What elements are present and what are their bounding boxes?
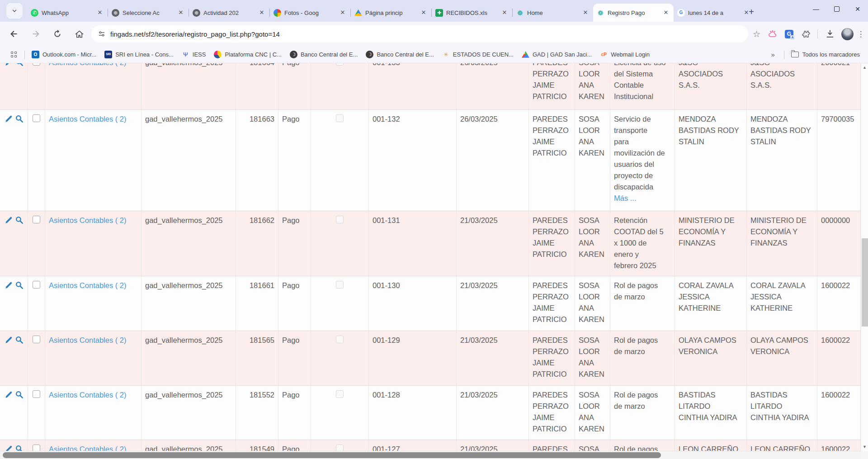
view-magnifier-icon[interactable] xyxy=(15,390,24,399)
asientos-contables-link[interactable]: Asientos Contables ( 2) xyxy=(45,63,142,109)
toolbar-separator xyxy=(817,29,818,38)
forward-button[interactable] xyxy=(28,26,43,42)
tab-title: Fotos - Goog xyxy=(284,9,335,16)
tab-close-icon[interactable]: ✕ xyxy=(500,9,509,17)
minimize-button[interactable]: — xyxy=(806,0,826,18)
browser-tab[interactable]: Fotos - Goog✕ xyxy=(270,4,350,22)
edit-pencil-icon[interactable] xyxy=(5,445,13,451)
all-bookmarks-button[interactable]: Todos los marcadores xyxy=(791,51,868,58)
edit-pencil-icon[interactable] xyxy=(5,216,13,224)
tab-close-icon[interactable]: ✕ xyxy=(581,9,590,17)
elaborado-por-cell: PAREDES PERRAZO JAIME PATRICIO xyxy=(529,386,575,440)
view-magnifier-icon[interactable] xyxy=(15,63,24,66)
bookmark-item[interactable]: GAD | GAD San Jaci... xyxy=(522,51,592,58)
profile-avatar[interactable] xyxy=(841,28,854,40)
flag-checkbox[interactable] xyxy=(336,216,344,223)
home-button[interactable] xyxy=(71,26,87,42)
extensions-puzzle-icon[interactable] xyxy=(801,29,810,39)
horizontal-scrollbar[interactable] xyxy=(0,451,861,459)
aprobado-por-cell: SOSA LOOR ANA KAREN xyxy=(575,110,610,211)
view-magnifier-icon[interactable] xyxy=(15,281,24,289)
horizontal-scrollbar-thumb[interactable] xyxy=(3,452,661,458)
edit-pencil-icon[interactable] xyxy=(5,390,13,399)
tab-close-icon[interactable]: ✕ xyxy=(258,9,266,17)
browser-tab[interactable]: Glunes 14 de a✕ xyxy=(674,4,754,22)
row-checkbox[interactable] xyxy=(33,281,40,289)
back-button[interactable] xyxy=(6,26,22,42)
record-number-cell: 181662 xyxy=(236,211,278,276)
tab-close-icon[interactable]: ✕ xyxy=(420,9,428,17)
edit-pencil-icon[interactable] xyxy=(5,63,13,66)
asientos-contables-link[interactable]: Asientos Contables ( 2) xyxy=(45,276,142,331)
date-cell: 26/03/2025 xyxy=(457,110,529,211)
browser-tab[interactable]: ✚RECIBIDOS.xls✕ xyxy=(432,4,512,22)
view-magnifier-icon[interactable] xyxy=(15,336,24,344)
bookmark-item[interactable]: ☽Banco Central del E... xyxy=(290,51,358,58)
edit-pencil-icon[interactable] xyxy=(5,114,13,123)
flag-checkbox[interactable] xyxy=(336,281,344,289)
iess-icon: Ψ xyxy=(182,51,189,58)
bookmark-star-icon[interactable]: ☆ xyxy=(753,29,760,39)
tab-search-button[interactable] xyxy=(6,3,23,19)
flag-checkbox[interactable] xyxy=(336,114,344,122)
browser-tab[interactable]: ❁Registro Pago✕ xyxy=(593,4,674,22)
row-actions xyxy=(0,63,28,109)
row-checkbox[interactable] xyxy=(33,63,40,66)
menu-kebab-icon[interactable]: ⋮ xyxy=(856,29,865,39)
vertical-scrollbar[interactable]: ▲ ▼ xyxy=(861,63,868,451)
flag-checkbox[interactable] xyxy=(336,336,344,343)
tab-close-icon[interactable]: ✕ xyxy=(96,9,104,17)
new-tab-button[interactable]: + xyxy=(745,5,758,18)
bookmark-item[interactable]: ✳ESTADOS DE CUEN... xyxy=(442,51,514,58)
bookmark-item[interactable]: SRISRI en Línea - Cons... xyxy=(104,51,174,58)
asientos-contables-link[interactable]: Asientos Contables ( 2) xyxy=(45,331,142,385)
row-checkbox[interactable] xyxy=(33,114,40,122)
scroll-up-arrow-icon[interactable]: ▲ xyxy=(861,65,868,70)
flag-checkbox[interactable] xyxy=(336,445,344,451)
browser-tab[interactable]: ✆WhatsApp✕ xyxy=(27,4,108,22)
view-magnifier-icon[interactable] xyxy=(15,445,24,451)
tab-close-icon[interactable]: ✕ xyxy=(177,9,185,17)
browser-toolbar: fingads.net/sf2/tesoreria/registro_pago_… xyxy=(0,22,868,46)
tab-close-icon[interactable]: ✕ xyxy=(339,9,347,17)
browser-tab[interactable]: ❁Home✕ xyxy=(513,4,593,22)
bookmark-item[interactable]: OOutlook.com - Micr... xyxy=(32,51,96,58)
edit-pencil-icon[interactable] xyxy=(5,336,13,344)
view-magnifier-icon[interactable] xyxy=(15,216,24,224)
row-checkbox[interactable] xyxy=(33,216,40,223)
row-checkbox[interactable] xyxy=(33,390,40,398)
bookmark-item[interactable]: ΨIESS xyxy=(182,51,206,58)
downloads-icon[interactable] xyxy=(825,29,835,39)
database-cell: gad_vallehermos_2025 xyxy=(142,386,236,440)
mas-link[interactable]: Más ... xyxy=(614,193,671,204)
tab-close-icon[interactable]: ✕ xyxy=(662,9,670,17)
flag-checkbox[interactable] xyxy=(336,63,344,66)
browser-tab[interactable]: ⊕Seleccione Ac✕ xyxy=(108,4,189,22)
flag-checkbox[interactable] xyxy=(336,390,344,398)
translate-icon[interactable]: GA xyxy=(785,30,793,38)
extension-cloud-icon[interactable] xyxy=(768,29,778,39)
view-magnifier-icon[interactable] xyxy=(15,114,24,123)
bookmarks-overflow-chevron[interactable]: » xyxy=(771,51,774,58)
asientos-contables-link[interactable]: Asientos Contables ( 2) xyxy=(45,386,142,440)
row-checkbox[interactable] xyxy=(33,445,40,451)
scroll-down-arrow-icon[interactable]: ▼ xyxy=(861,445,868,449)
bookmark-item[interactable]: cPWebmail Login xyxy=(600,51,650,58)
address-bar[interactable]: fingads.net/sf2/tesoreria/registro_pago_… xyxy=(91,25,748,43)
asientos-contables-link[interactable]: Asientos Contables ( 2) xyxy=(45,110,142,211)
maximize-button[interactable] xyxy=(826,0,847,18)
apps-grid-icon[interactable] xyxy=(11,52,17,58)
bookmark-item[interactable]: Plataforma CNC | C... xyxy=(214,51,281,58)
close-window-button[interactable]: ✕ xyxy=(847,0,868,18)
edit-pencil-icon[interactable] xyxy=(5,281,13,289)
asientos-contables-link[interactable]: Asientos Contables ( 2) xyxy=(45,440,142,451)
reload-button[interactable] xyxy=(50,26,65,42)
asientos-contables-link[interactable]: Asientos Contables ( 2) xyxy=(45,211,142,276)
row-checkbox[interactable] xyxy=(33,336,40,343)
site-info-icon[interactable] xyxy=(98,30,106,38)
browser-tab[interactable]: ⊕Actividad 202✕ xyxy=(189,4,269,22)
browser-tab[interactable]: Página princip✕ xyxy=(351,4,431,22)
url-text[interactable]: fingads.net/sf2/tesoreria/registro_pago_… xyxy=(110,30,280,38)
bookmark-item[interactable]: ☽Banco Central del E... xyxy=(366,51,434,58)
vertical-scrollbar-thumb[interactable] xyxy=(862,238,868,327)
